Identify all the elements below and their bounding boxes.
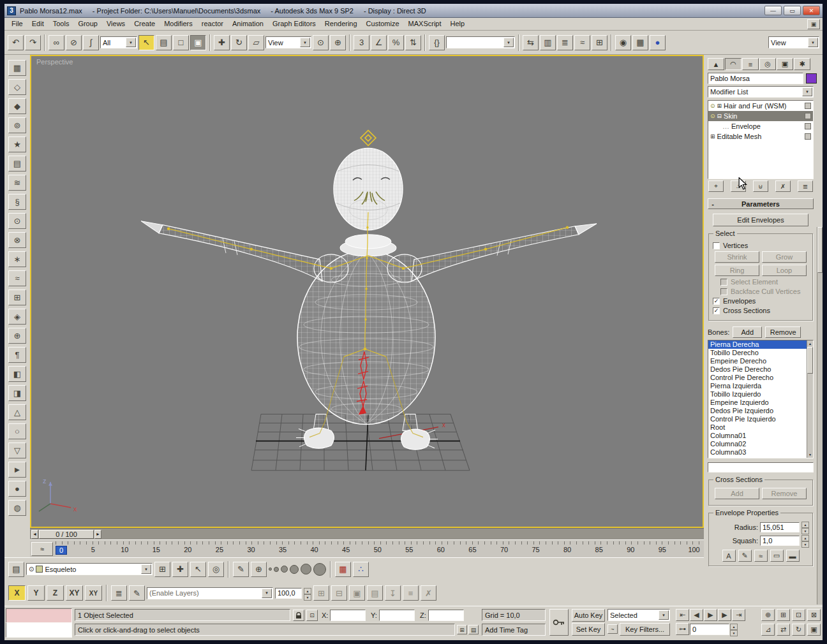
radius-field[interactable] bbox=[760, 522, 800, 532]
view-combo[interactable]: View bbox=[768, 36, 819, 48]
collapse-anim-layer-icon[interactable]: ≡ bbox=[403, 585, 419, 601]
reactor-prismatic-constraint-icon[interactable]: △ bbox=[8, 404, 26, 420]
disable-anim-layer-icon[interactable]: ✗ bbox=[421, 585, 436, 601]
modifier-toggle-square[interactable] bbox=[805, 103, 811, 109]
bone-item[interactable]: Pierna Izquierda bbox=[708, 382, 807, 390]
reactor-spring-icon[interactable]: § bbox=[8, 194, 26, 210]
absolute-offset-toggle-icon[interactable]: ⊡ bbox=[306, 610, 318, 621]
cross-sections-checkbox[interactable]: ✓ bbox=[713, 307, 720, 314]
backface-cull-checkbox[interactable] bbox=[720, 288, 727, 295]
select-link-icon[interactable]: ∞ bbox=[48, 35, 64, 50]
unlink-selection-icon[interactable]: ⊘ bbox=[66, 35, 82, 50]
key-mode-toggle-icon[interactable]: ⊶ bbox=[676, 623, 689, 635]
menu-animation[interactable]: Animation bbox=[228, 18, 268, 30]
curve-editor-button[interactable]: ≈ bbox=[574, 35, 590, 50]
play-animation-icon[interactable]: ▶ bbox=[704, 609, 717, 621]
grow-button[interactable]: Grow bbox=[762, 251, 807, 263]
add-anim-layer-icon[interactable]: ⊞ bbox=[313, 585, 329, 601]
use-pivot-point-button[interactable]: ⊙ bbox=[313, 35, 329, 50]
redo-icon[interactable]: ↷ bbox=[25, 35, 41, 50]
modifier-list-combo[interactable]: Modifier List bbox=[708, 86, 814, 98]
select-object-button[interactable]: ↖ bbox=[138, 35, 154, 50]
bone-item[interactable]: Columna01 bbox=[708, 432, 807, 440]
modify-tab[interactable]: ◠ bbox=[725, 58, 741, 70]
reactor-deforming-mesh-collection-icon[interactable]: ★ bbox=[8, 136, 26, 152]
frame-spinner[interactable]: ▲▼ bbox=[730, 624, 738, 634]
reactor-toy-car-icon[interactable]: ⊞ bbox=[8, 289, 26, 305]
zoom-all-icon[interactable]: ⊞ bbox=[777, 609, 790, 621]
reactor-plane-icon[interactable]: ▤ bbox=[8, 156, 26, 172]
select-element-checkbox[interactable] bbox=[720, 279, 727, 286]
field-of-view-icon[interactable]: ⊿ bbox=[761, 624, 775, 636]
spinner-snap-button[interactable]: ⇅ bbox=[405, 35, 421, 50]
visibility-bulb-icon[interactable]: ⊙ bbox=[710, 113, 715, 119]
bone-item[interactable]: Columna02 bbox=[708, 440, 807, 448]
window-crossing-toggle[interactable]: ▣ bbox=[190, 35, 206, 50]
anim-layer-edit-icon[interactable]: ✎ bbox=[129, 585, 145, 601]
restrict-x-button[interactable]: X bbox=[8, 585, 26, 601]
mirror-button[interactable]: ⇆ bbox=[523, 35, 539, 50]
stack-item-envelope[interactable]: … Envelope bbox=[708, 121, 813, 131]
track-bar-ticks[interactable]: 0 5 10 15 20 25 30 35 40 45 50 55 60 65 … bbox=[56, 541, 700, 557]
layer-manager-button[interactable]: ≣ bbox=[557, 35, 573, 50]
add-brush-preset-icon[interactable]: ⊕ bbox=[251, 562, 267, 577]
modifier-toggle-square[interactable] bbox=[805, 133, 811, 140]
shrink-button[interactable]: Shrink bbox=[715, 251, 759, 263]
modifier-stack[interactable]: ⊙ ⊞ Hair and Fur (WSM) ⊙ ⊟ Skin … Envelo… bbox=[708, 100, 814, 179]
menu-modifiers[interactable]: Modifiers bbox=[160, 18, 197, 30]
time-slider-track[interactable]: ◄ 0 / 100 ► bbox=[30, 528, 704, 539]
remove-cross-section-button[interactable]: Remove bbox=[762, 488, 807, 499]
squash-field[interactable] bbox=[760, 536, 800, 546]
reactor-rigid-body-collection-icon[interactable]: ▦ bbox=[8, 60, 26, 76]
bone-item[interactable]: Control Pie Izquierdo bbox=[708, 415, 807, 423]
scroll-up-icon[interactable]: ▲ bbox=[807, 340, 813, 347]
select-by-name-button[interactable]: ▤ bbox=[156, 35, 172, 50]
restrict-z-button[interactable]: Z bbox=[47, 585, 64, 601]
parameters-rollout[interactable]: - Parameters bbox=[708, 198, 814, 209]
brush-preset-2[interactable] bbox=[274, 567, 279, 572]
time-slider-handle[interactable]: 0 / 100 bbox=[39, 530, 94, 539]
brush-preset-6[interactable] bbox=[313, 563, 326, 576]
object-name-field[interactable] bbox=[708, 73, 803, 84]
create-new-layer-icon[interactable]: ⊞ bbox=[154, 562, 170, 577]
expand-icon[interactable]: ⊞ bbox=[717, 103, 722, 109]
enable-anim-layers-combo[interactable]: (Enable Layers) bbox=[147, 587, 273, 599]
reactor-constraint-solver-icon[interactable]: ⊕ bbox=[8, 328, 26, 344]
create-tab[interactable]: ▲ bbox=[708, 58, 724, 70]
set-key-button[interactable]: Set Key bbox=[572, 623, 605, 636]
panel-scrollbar[interactable] bbox=[817, 227, 823, 604]
reactor-motor-icon[interactable]: ∗ bbox=[8, 251, 26, 267]
reactor-cloth-collection-icon[interactable]: ◇ bbox=[8, 79, 26, 95]
edit-named-sets-button[interactable]: {} bbox=[429, 35, 445, 50]
particle-view-icon[interactable]: ∴ bbox=[353, 562, 369, 577]
brush-preset-manager-icon[interactable]: ✎ bbox=[233, 562, 249, 577]
reactor-linear-dashpot-icon[interactable]: ⊙ bbox=[8, 213, 26, 229]
remove-bone-button[interactable]: Remove bbox=[765, 326, 801, 338]
hierarchy-tab[interactable]: ≡ bbox=[742, 58, 759, 70]
zoom-extents-icon[interactable]: ⊡ bbox=[792, 609, 805, 621]
anim-layer-properties-icon[interactable]: ≣ bbox=[111, 585, 127, 601]
previous-frame-icon[interactable]: ◀ bbox=[690, 609, 703, 621]
zoom-extents-all-icon[interactable]: ⊠ bbox=[807, 609, 821, 621]
time-slider-right-arrow[interactable]: ► bbox=[94, 530, 101, 539]
reactor-hinge-constraint-icon[interactable]: ◧ bbox=[8, 366, 26, 382]
edit-envelopes-button[interactable]: Edit Envelopes bbox=[713, 214, 808, 226]
reactor-point-path-constraint-icon[interactable]: ▽ bbox=[8, 443, 26, 458]
collapse-rollout-icon[interactable]: - bbox=[708, 200, 717, 208]
paint-weights-icon[interactable]: ✎ bbox=[738, 550, 752, 562]
scroll-thumb[interactable] bbox=[807, 347, 813, 374]
collapse-icon[interactable]: ⊟ bbox=[717, 113, 722, 119]
next-frame-icon[interactable]: ▶ bbox=[718, 609, 731, 621]
remove-modifier-icon[interactable]: ✗ bbox=[775, 180, 791, 192]
zoom-icon[interactable]: ⊕ bbox=[761, 609, 775, 621]
set-keys-button[interactable] bbox=[549, 609, 569, 636]
menubar-end-icon[interactable]: ▣ bbox=[807, 19, 820, 29]
viewport-label[interactable]: Perspective bbox=[36, 58, 73, 66]
reactor-water-icon[interactable]: ≋ bbox=[8, 175, 26, 191]
radius-spinner[interactable]: ▲▼ bbox=[801, 522, 809, 532]
render-setup-button[interactable]: ▦ bbox=[632, 35, 648, 50]
go-to-end-icon[interactable]: ⇥ bbox=[732, 609, 745, 621]
stack-item-skin[interactable]: ⊙ ⊟ Skin bbox=[708, 111, 813, 121]
menu-file[interactable]: File bbox=[7, 18, 27, 30]
bone-item[interactable]: Root bbox=[708, 423, 807, 432]
